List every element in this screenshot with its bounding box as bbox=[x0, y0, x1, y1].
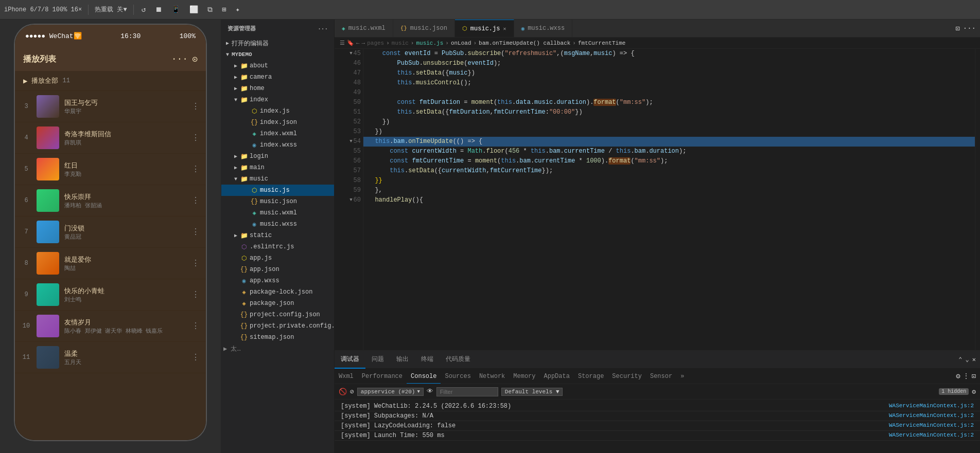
sidebar-item-sitemap[interactable]: {} sitemap.json bbox=[221, 332, 334, 343]
tab-security[interactable]: Security bbox=[608, 369, 646, 384]
tab-terminal[interactable]: 终端 bbox=[415, 351, 440, 369]
sidebar-item-index[interactable]: ▼ 📁 index bbox=[221, 94, 334, 105]
sidebar-item-music-wxss[interactable]: ◉ music.wxss bbox=[221, 219, 334, 230]
more-icon[interactable]: ⋮ bbox=[191, 258, 200, 268]
list-item[interactable]: 11 温柔 五月天 ⋮ bbox=[15, 342, 206, 373]
console-source[interactable]: WAServiceMainContext.js:2 bbox=[889, 412, 974, 420]
list-item[interactable]: 5 红日 李克勤 ⋮ bbox=[15, 154, 206, 185]
list-item[interactable]: 8 就是爱你 陶喆 ⋮ bbox=[15, 248, 206, 279]
more-icon[interactable]: ⋮ bbox=[191, 352, 200, 363]
tablet-icon[interactable]: ⬜ bbox=[188, 4, 200, 15]
tab-wxml[interactable]: Wxml bbox=[335, 369, 358, 384]
appservice-select[interactable]: appservice (#20) ▼ bbox=[357, 388, 424, 396]
close-tab-icon[interactable]: ✕ bbox=[503, 26, 506, 32]
header-dots[interactable]: ··· bbox=[171, 54, 188, 64]
sidebar-item-open-editors[interactable]: ▶ 打开的编辑器 bbox=[221, 38, 334, 49]
maximize-panel-icon[interactable]: ⌄ bbox=[966, 356, 969, 364]
sidebar-item-appjs[interactable]: ⬡ app.js bbox=[221, 252, 334, 264]
grid-icon[interactable]: ⊞ bbox=[220, 4, 227, 15]
tab-debugger[interactable]: 调试器 bbox=[335, 351, 365, 369]
tab-storage[interactable]: Storage bbox=[574, 369, 608, 384]
phone-icon[interactable]: 📱 bbox=[170, 4, 182, 15]
refresh-icon[interactable]: ↺ bbox=[140, 4, 147, 15]
more-icon[interactable]: ⋮ bbox=[191, 195, 200, 206]
more-icon[interactable]: ⋮ bbox=[191, 101, 200, 112]
tab-music-js[interactable]: ⬡ music.js ✕ bbox=[455, 20, 514, 38]
explorer-more-icon[interactable]: ··· bbox=[318, 26, 328, 32]
more-options-icon[interactable]: ⋮ bbox=[962, 372, 970, 380]
puzzle-icon[interactable]: ✦ bbox=[234, 4, 241, 15]
console-source[interactable]: WAServiceMainContext.js:2 bbox=[889, 403, 974, 410]
sidebar-item-pkg[interactable]: ◈ package.json bbox=[221, 298, 334, 309]
breadcrumb-fmtcurrenttime[interactable]: fmtCurrentTime bbox=[578, 40, 625, 46]
more-icon[interactable]: ⋮ bbox=[191, 227, 200, 237]
tab-music-wxss[interactable]: ◉ music.wxss bbox=[514, 20, 573, 38]
tab-music-wxml[interactable]: ◈ music.wxml bbox=[335, 20, 393, 38]
sidebar-item-index-json[interactable]: {} index.json bbox=[221, 117, 334, 128]
sidebar-item-login[interactable]: ▶ 📁 login bbox=[221, 151, 334, 162]
breadcrumb-forward[interactable]: → bbox=[362, 40, 365, 46]
more-icon[interactable]: ⋮ bbox=[191, 289, 200, 300]
list-item[interactable]: 3 国王与乞丐 华晨宇 ⋮ bbox=[15, 91, 206, 122]
tab-memory[interactable]: Memory bbox=[509, 369, 539, 384]
tab-network[interactable]: Network bbox=[475, 369, 509, 384]
tab-console[interactable]: Console bbox=[407, 369, 441, 384]
breadcrumb-onload[interactable]: onLoad bbox=[451, 40, 471, 46]
tab-output[interactable]: 输出 bbox=[390, 351, 415, 369]
expand-more-arrow[interactable]: ▶ 太… bbox=[221, 343, 334, 354]
sidebar-item-camera[interactable]: ▶ 📁 camera bbox=[221, 71, 334, 83]
filter-icon[interactable]: ⊘ bbox=[350, 388, 354, 396]
minimize-panel-icon[interactable]: ⌃ bbox=[958, 356, 962, 364]
list-item[interactable]: 9 快乐的小青蛙 刘士鸣 ⋮ bbox=[15, 279, 206, 311]
more-icon[interactable]: ⋮ bbox=[191, 133, 200, 143]
play-all-row[interactable]: ▶ 播放全部 11 bbox=[15, 71, 206, 91]
console-settings-icon[interactable]: ⚙ bbox=[972, 388, 976, 396]
default-levels-select[interactable]: Default levels ▼ bbox=[501, 388, 563, 396]
more-icon[interactable]: ⋮ bbox=[191, 321, 200, 331]
tab-problems[interactable]: 问题 bbox=[365, 351, 390, 369]
tab-more[interactable]: » bbox=[676, 369, 688, 384]
breadcrumb-bam-ontimeupdate[interactable]: bam.onTimeUpdate() callback bbox=[479, 40, 570, 46]
tab-performance[interactable]: Performance bbox=[358, 369, 407, 384]
sidebar-item-music-wxml[interactable]: ◈ music.wxml bbox=[221, 207, 334, 219]
close-panel-icon[interactable]: ✕ bbox=[972, 356, 976, 364]
sidebar-item-appjson[interactable]: {} app.json bbox=[221, 264, 334, 275]
sidebar-item-about[interactable]: ▶ 📁 about bbox=[221, 60, 334, 71]
tab-codequality[interactable]: 代码质量 bbox=[440, 351, 477, 369]
sidebar-item-main[interactable]: ▶ 📁 main bbox=[221, 162, 334, 173]
hot-reload-button[interactable]: 热重载 关▼ bbox=[95, 5, 127, 14]
split-editor-icon[interactable]: ⊡ bbox=[955, 24, 959, 33]
sidebar-item-eslintrc[interactable]: ⬡ .eslintrc.js bbox=[221, 241, 334, 252]
tab-sources[interactable]: Sources bbox=[441, 369, 475, 384]
sidebar-item-appwxss[interactable]: ◉ app.wxss bbox=[221, 275, 334, 286]
list-item[interactable]: 4 奇洛李维斯回信 薛凯琪 ⋮ bbox=[15, 122, 206, 154]
tab-appdata[interactable]: AppData bbox=[540, 369, 574, 384]
sidebar-item-music-js[interactable]: ⬡ music.js bbox=[221, 185, 334, 196]
eye-icon[interactable]: 👁 bbox=[427, 388, 433, 395]
console-filter-input[interactable] bbox=[436, 387, 498, 396]
more-tabs-icon[interactable]: ··· bbox=[963, 24, 976, 32]
play-all-label[interactable]: 播放全部 bbox=[31, 76, 58, 85]
sidebar-item-home[interactable]: ▶ 📁 home bbox=[221, 83, 334, 94]
sidebar-item-projconfig[interactable]: {} project.config.json bbox=[221, 309, 334, 320]
sidebar-item-index-wxss[interactable]: ◉ index.wxss bbox=[221, 139, 334, 151]
list-item[interactable]: 10 友情岁月 陈小春 郑伊健 谢天华 林晓峰 钱嘉乐 ⋮ bbox=[15, 311, 206, 342]
sidebar-item-pkglock[interactable]: ◈ package-lock.json bbox=[221, 286, 334, 298]
sidebar-item-index-wxml[interactable]: ◈ index.wxml bbox=[221, 128, 334, 139]
sidebar-item-music-json[interactable]: {} music.json bbox=[221, 196, 334, 207]
console-source[interactable]: WAServiceMainContext.js:2 bbox=[889, 422, 974, 429]
sidebar-item-mydemo[interactable]: ▼ MYDEMO bbox=[221, 49, 334, 60]
split-icon[interactable]: ⧉ bbox=[206, 4, 214, 15]
more-icon[interactable]: ⋮ bbox=[191, 164, 200, 174]
list-item[interactable]: 7 门没锁 黄品冠 ⋮ bbox=[15, 216, 206, 248]
sidebar-item-index-js[interactable]: ⬡ index.js bbox=[221, 105, 334, 117]
editor-scrollbar[interactable] bbox=[975, 49, 980, 350]
tab-music-json[interactable]: {} music.json bbox=[393, 20, 455, 38]
tab-sensor[interactable]: Sensor bbox=[646, 369, 676, 384]
clear-console-icon[interactable]: 🚫 bbox=[339, 388, 347, 396]
sidebar-item-static[interactable]: ▶ 📁 static bbox=[221, 230, 334, 241]
header-search[interactable]: ⊙ bbox=[192, 53, 198, 65]
stop-icon[interactable]: ⏹ bbox=[153, 4, 164, 15]
list-item[interactable]: 6 快乐崇拜 潘玮柏 张韶涵 ⋮ bbox=[15, 185, 206, 216]
dock-icon[interactable]: ⊡ bbox=[972, 372, 976, 380]
